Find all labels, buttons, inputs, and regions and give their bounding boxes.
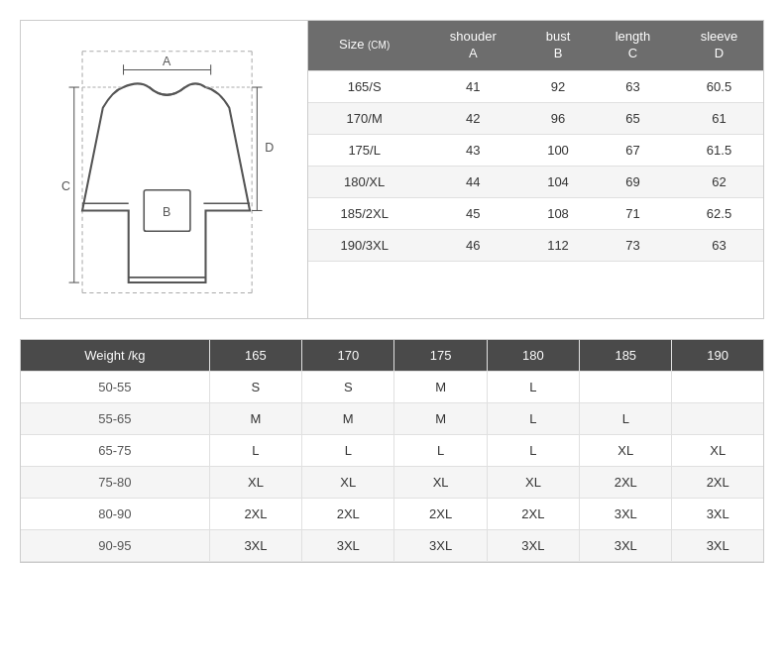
cell-bust: 92 [525, 70, 591, 102]
cell-170: 2XL [302, 499, 394, 530]
table-row: 80-902XL2XL2XL2XL3XL3XL [21, 499, 763, 530]
size-chart-section: A C D [20, 20, 764, 319]
weight-chart-section: Weight /kg165170175180185190 50-55SSML55… [20, 339, 764, 563]
size-table-container: Size (CM) shouderA bustB lengthC sleeveD… [308, 21, 763, 318]
cell-190: 2XL [672, 467, 763, 499]
cell-165: M [209, 403, 301, 435]
weight-header-cell: 185 [580, 340, 672, 372]
cell-shoulder: 44 [420, 166, 525, 197]
cell-170: M [302, 403, 394, 435]
table-row: 65-75LLLLXLXL [21, 435, 763, 467]
table-row: 55-65MMMLL [21, 403, 763, 435]
cell-185: XL [580, 435, 672, 467]
table-row: 190/3XL 46 112 73 63 [308, 229, 763, 261]
cell-length: 65 [591, 102, 675, 134]
cell-180: 2XL [487, 499, 579, 530]
cell-185: 2XL [580, 467, 672, 499]
cell-weight: 80-90 [21, 499, 209, 530]
cell-length: 63 [591, 70, 675, 102]
cell-size: 165/S [308, 70, 420, 102]
cell-190: XL [672, 435, 763, 467]
svg-text:B: B [162, 205, 169, 219]
cell-185: 3XL [580, 530, 672, 562]
table-row: 185/2XL 45 108 71 62.5 [308, 197, 763, 229]
cell-190: 3XL [672, 499, 763, 530]
table-row: 50-55SSML [21, 372, 763, 403]
cell-sleeve: 62 [675, 166, 763, 197]
cell-shoulder: 46 [420, 229, 525, 261]
svg-text:A: A [162, 55, 170, 68]
cell-bust: 104 [525, 166, 591, 197]
size-table-header-row: Size (CM) shouderA bustB lengthC sleeveD [308, 21, 763, 70]
size-table-body: 165/S 41 92 63 60.5 170/M 42 96 65 61 17… [308, 70, 763, 261]
weight-header-cell: 170 [302, 340, 394, 372]
cell-weight: 75-80 [21, 467, 209, 499]
cell-190: 3XL [672, 530, 763, 562]
size-table: Size (CM) shouderA bustB lengthC sleeveD… [308, 21, 763, 262]
weight-table-body: 50-55SSML55-65MMMLL65-75LLLLXLXL75-80XLX… [21, 372, 763, 562]
page-wrapper: A C D [20, 20, 764, 563]
col-size: Size (CM) [308, 21, 420, 70]
table-row: 180/XL 44 104 69 62 [308, 166, 763, 197]
cell-180: L [487, 403, 579, 435]
col-sleeve: sleeveD [675, 21, 763, 70]
table-row: 75-80XLXLXLXL2XL2XL [21, 467, 763, 499]
col-length: lengthC [591, 21, 675, 70]
weight-header-cell: 190 [672, 340, 763, 372]
cell-size: 180/XL [308, 166, 420, 197]
cell-165: XL [209, 467, 301, 499]
cell-length: 71 [591, 197, 675, 229]
table-row: 175/L 43 100 67 61.5 [308, 134, 763, 166]
cell-bust: 96 [525, 102, 591, 134]
cell-length: 73 [591, 229, 675, 261]
cell-sleeve: 63 [675, 229, 763, 261]
cell-size: 170/M [308, 102, 420, 134]
diagram-svg: A C D [46, 31, 283, 308]
weight-table-header-row: Weight /kg165170175180185190 [21, 340, 763, 372]
cell-size: 185/2XL [308, 197, 420, 229]
cell-175: M [394, 403, 487, 435]
cell-bust: 100 [525, 134, 591, 166]
weight-header-cell: 165 [209, 340, 301, 372]
col-bust: bustB [525, 21, 591, 70]
cell-sleeve: 60.5 [675, 70, 763, 102]
cell-shoulder: 41 [420, 70, 525, 102]
table-row: 170/M 42 96 65 61 [308, 102, 763, 134]
cell-170: XL [302, 467, 394, 499]
cell-length: 67 [591, 134, 675, 166]
cell-175: 3XL [394, 530, 487, 562]
cell-length: 69 [591, 166, 675, 197]
cell-170: 3XL [302, 530, 394, 562]
cell-185: 3XL [580, 499, 672, 530]
cell-bust: 108 [525, 197, 591, 229]
cell-shoulder: 42 [420, 102, 525, 134]
table-row: 165/S 41 92 63 60.5 [308, 70, 763, 102]
garment-diagram: A C D [21, 21, 308, 318]
cell-sleeve: 61.5 [675, 134, 763, 166]
cell-165: 3XL [209, 530, 301, 562]
cell-165: 2XL [209, 499, 301, 530]
cell-185 [580, 372, 672, 403]
weight-header-cell: 180 [487, 340, 579, 372]
cell-size: 190/3XL [308, 229, 420, 261]
cell-165: S [209, 372, 301, 403]
svg-text:C: C [60, 179, 69, 193]
cell-175: L [394, 435, 487, 467]
cell-size: 175/L [308, 134, 420, 166]
cell-shoulder: 43 [420, 134, 525, 166]
weight-table: Weight /kg165170175180185190 50-55SSML55… [21, 340, 763, 562]
cell-weight: 90-95 [21, 530, 209, 562]
cell-180: XL [487, 467, 579, 499]
weight-header-cell: Weight /kg [21, 340, 209, 372]
cell-weight: 65-75 [21, 435, 209, 467]
table-row: 90-953XL3XL3XL3XL3XL3XL [21, 530, 763, 562]
cell-170: L [302, 435, 394, 467]
cell-190 [672, 372, 763, 403]
weight-header-cell: 175 [394, 340, 487, 372]
cell-weight: 50-55 [21, 372, 209, 403]
cell-180: L [487, 435, 579, 467]
cell-shoulder: 45 [420, 197, 525, 229]
cell-bust: 112 [525, 229, 591, 261]
cell-sleeve: 62.5 [675, 197, 763, 229]
cell-190 [672, 403, 763, 435]
